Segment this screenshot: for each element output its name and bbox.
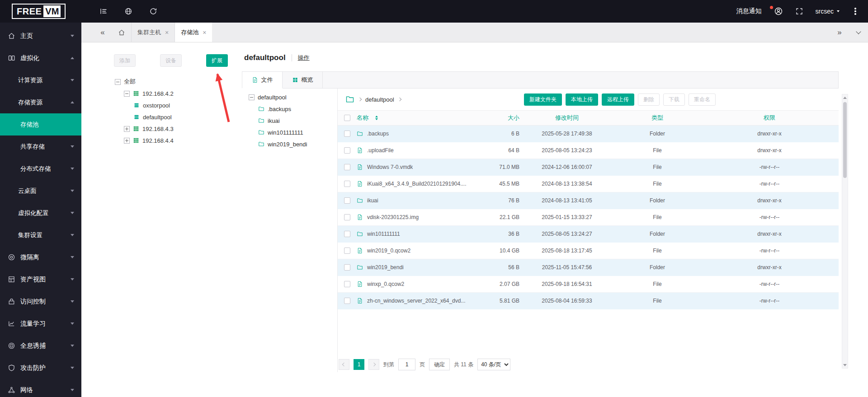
row-checkbox[interactable] xyxy=(344,214,350,220)
expand-icon[interactable] xyxy=(124,138,130,144)
select-all-checkbox[interactable] xyxy=(344,115,350,121)
sidebar-item-home[interactable]: 主页 xyxy=(0,25,81,47)
device-button[interactable]: 设备 xyxy=(160,54,182,67)
sidebar-item-compute-resources[interactable]: 计算资源 xyxy=(0,69,81,91)
goto-page-input[interactable] xyxy=(398,359,415,370)
table-row[interactable]: win101111111 36 B 2025-08-05 13:24:27 Fo… xyxy=(338,226,839,243)
collapse-icon[interactable] xyxy=(249,94,255,100)
sidebar-item-label: 主页 xyxy=(20,32,67,40)
home-tab-icon[interactable] xyxy=(112,23,131,42)
scroll-up-icon[interactable] xyxy=(842,94,848,101)
row-checkbox[interactable] xyxy=(344,264,350,271)
file-tree-folder[interactable]: win101111111 xyxy=(258,126,337,138)
row-checkbox[interactable] xyxy=(344,147,350,154)
tab-files[interactable]: 文件 xyxy=(242,72,283,88)
sidebar-item-storage-pool[interactable]: 存储池 xyxy=(0,113,81,135)
tab-storage-pool[interactable]: 存储池 xyxy=(175,23,212,42)
fullscreen-icon[interactable] xyxy=(795,7,803,15)
row-checkbox[interactable] xyxy=(344,197,350,204)
tab-overview[interactable]: 概览 xyxy=(283,72,323,88)
sidebar-item-distributed-storage[interactable]: 分布式存储 xyxy=(0,158,81,180)
row-checkbox[interactable] xyxy=(344,131,350,137)
refresh-icon[interactable] xyxy=(149,7,157,15)
row-checkbox[interactable] xyxy=(344,298,350,304)
sidebar-item-cloud-desktop[interactable]: 云桌面 xyxy=(0,180,81,202)
tree-node-defaultpool[interactable]: defaultpool xyxy=(133,111,174,123)
add-button[interactable]: 添加 xyxy=(114,54,136,67)
table-row[interactable]: .backups 6 B 2025-05-28 17:49:38 Folder … xyxy=(338,126,839,142)
sidebar-item-micro-segmentation[interactable]: 微隔离 xyxy=(0,246,81,268)
scroll-down-icon[interactable] xyxy=(842,362,848,368)
scroll-tabs-left-icon[interactable] xyxy=(93,23,112,42)
scrollbar-thumb[interactable] xyxy=(843,102,847,178)
notifications-link[interactable]: 消息通知 xyxy=(736,7,762,15)
page-size-select[interactable]: 40 条/页 xyxy=(477,359,510,370)
table-row[interactable]: iKuai8_x64_3.4.9_Build202101291904.... 4… xyxy=(338,176,839,192)
file-tree-folder[interactable]: .backups xyxy=(258,103,337,115)
sidebar-item-shared-storage[interactable]: 共享存储 xyxy=(0,135,81,158)
scrollbar[interactable] xyxy=(842,94,848,369)
sidebar-item-honeypot[interactable]: 全息诱捕 xyxy=(0,335,81,357)
table-row[interactable]: vdisk-202301225.img 22.1 GB 2025-01-15 1… xyxy=(338,209,839,226)
sidebar-item-network[interactable]: 网络 xyxy=(0,379,81,397)
close-tab-icon[interactable] xyxy=(203,29,206,36)
table-row[interactable]: ikuai 76 B 2024-08-13 13:41:05 Folder dr… xyxy=(338,192,839,209)
tree-node-host-192-168-4-3[interactable]: 192.168.4.3 xyxy=(124,123,174,135)
sidebar-item-traffic-learning[interactable]: 流量学习 xyxy=(0,313,81,335)
column-header-name[interactable]: 名称 xyxy=(357,114,479,122)
collapse-icon[interactable] xyxy=(115,79,121,85)
file-tree-folder[interactable]: ikuai xyxy=(258,115,337,126)
tree-label: ikuai xyxy=(268,117,280,124)
new-folder-button[interactable]: 新建文件夹 xyxy=(524,93,562,106)
close-tab-icon[interactable] xyxy=(165,29,169,36)
tree-node-host-192-168-4-2[interactable]: 192.168.4.2 xyxy=(124,88,174,99)
table-row[interactable]: win2019_bendi 56 B 2025-11-05 15:47:56 F… xyxy=(338,259,839,276)
row-checkbox[interactable] xyxy=(344,231,350,237)
tree-node-oxstorpool[interactable]: oxstorpool xyxy=(133,99,174,111)
expand-button[interactable]: 扩展 xyxy=(206,54,228,67)
table-row[interactable]: .uploadFile 64 B 2025-08-05 13:24:23 Fil… xyxy=(338,142,839,159)
row-checkbox[interactable] xyxy=(344,181,350,187)
scroll-tabs-right-icon[interactable] xyxy=(830,23,849,42)
prev-page-button[interactable] xyxy=(339,359,349,370)
row-checkbox[interactable] xyxy=(344,281,350,287)
expand-icon[interactable] xyxy=(124,126,130,132)
sidebar-item-virtualization-config[interactable]: 虚拟化配置 xyxy=(0,202,81,224)
table-row[interactable]: winxp_0.qcow2 2.07 GB 2025-09-18 16:54:3… xyxy=(338,276,839,293)
actions-link[interactable]: 操作 xyxy=(298,54,310,62)
table-row[interactable]: Windows 7-0.vmdk 71.0 MB 2024-12-06 16:0… xyxy=(338,159,839,176)
table-row[interactable]: win2019_0.qcow2 10.4 GB 2025-08-18 13:17… xyxy=(338,243,839,259)
row-checkbox[interactable] xyxy=(344,248,350,254)
file-tree-folder[interactable]: win2019_bendi xyxy=(258,138,337,150)
current-page[interactable]: 1 xyxy=(354,359,364,370)
user-menu[interactable]: srcsec xyxy=(816,8,840,15)
sidebar-item-access-control[interactable]: 访问控制 xyxy=(0,290,81,313)
next-page-button[interactable] xyxy=(368,359,379,370)
remote-upload-button[interactable]: 远程上传 xyxy=(602,93,634,106)
file-tree-root[interactable]: defaultpool xyxy=(249,91,337,103)
breadcrumb-folder[interactable]: defaultpool xyxy=(365,96,394,103)
pool-header: defaultpool 操作 xyxy=(244,53,310,62)
sidebar-item-storage-resources[interactable]: 存储资源 xyxy=(0,91,81,113)
local-upload-button[interactable]: 本地上传 xyxy=(566,93,598,106)
tab-cluster-hosts[interactable]: 集群主机 xyxy=(131,23,175,42)
sidebar-collapse-icon[interactable] xyxy=(99,7,108,15)
tree-node-all[interactable]: 全部 xyxy=(115,76,174,88)
sort-icon[interactable] xyxy=(375,116,378,120)
language-globe-icon[interactable] xyxy=(124,7,132,15)
kebab-menu-icon[interactable] xyxy=(852,7,859,16)
collapse-icon[interactable] xyxy=(124,91,130,97)
support-avatar[interactable] xyxy=(774,7,783,16)
delete-button[interactable]: 删除 xyxy=(638,93,660,106)
sidebar-item-cluster-settings[interactable]: 集群设置 xyxy=(0,224,81,246)
tabs-dropdown-icon[interactable] xyxy=(849,23,868,42)
rename-button[interactable]: 重命名 xyxy=(689,93,716,106)
sidebar-item-attack-protection[interactable]: 攻击防护 xyxy=(0,357,81,379)
table-row[interactable]: zh-cn_windows_server_2022_x64_dvd... 5.8… xyxy=(338,293,839,309)
download-button[interactable]: 下载 xyxy=(663,93,685,106)
tree-node-host-192-168-4-4[interactable]: 192.168.4.4 xyxy=(124,135,174,146)
sidebar-item-virtualization[interactable]: 虚拟化 xyxy=(0,47,81,69)
row-checkbox[interactable] xyxy=(344,164,350,170)
sidebar-item-asset-view[interactable]: 资产视图 xyxy=(0,268,81,290)
confirm-button[interactable]: 确定 xyxy=(429,359,450,370)
